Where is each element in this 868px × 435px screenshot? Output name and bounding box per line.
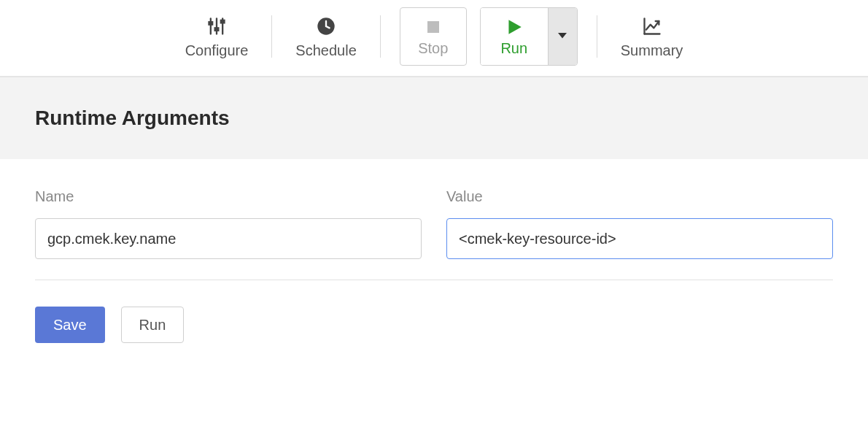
toolbar-divider bbox=[380, 15, 381, 58]
svg-rect-4 bbox=[215, 28, 219, 31]
configure-label: Configure bbox=[185, 42, 249, 59]
run-button[interactable]: Run bbox=[481, 8, 548, 65]
argument-row bbox=[35, 218, 833, 280]
argument-value-input[interactable] bbox=[446, 218, 833, 259]
run-button-secondary[interactable]: Run bbox=[121, 307, 185, 343]
chevron-down-icon bbox=[556, 28, 569, 45]
name-column-label: Name bbox=[35, 188, 422, 205]
sliders-icon bbox=[206, 15, 227, 38]
summary-button[interactable]: Summary bbox=[616, 15, 688, 59]
svg-rect-5 bbox=[221, 20, 225, 22]
stop-label: Stop bbox=[418, 40, 448, 57]
svg-marker-10 bbox=[508, 20, 521, 34]
chart-line-icon bbox=[641, 15, 663, 38]
stop-icon bbox=[425, 17, 442, 37]
run-label: Run bbox=[500, 40, 527, 57]
svg-marker-11 bbox=[558, 33, 567, 39]
value-column-label: Value bbox=[446, 188, 833, 205]
form-actions: Save Run bbox=[35, 307, 833, 343]
run-split-button: Run bbox=[480, 7, 578, 66]
summary-label: Summary bbox=[621, 42, 683, 59]
runtime-arguments-form: Name Value Save Run bbox=[0, 159, 868, 365]
configure-button[interactable]: Configure bbox=[181, 15, 253, 59]
schedule-label: Schedule bbox=[295, 42, 356, 59]
toolbar-divider bbox=[271, 15, 272, 58]
save-button[interactable]: Save bbox=[35, 307, 105, 343]
panel-title: Runtime Arguments bbox=[35, 107, 833, 130]
toolbar-divider bbox=[597, 15, 597, 58]
toolbar: Configure Schedule Stop bbox=[0, 0, 868, 77]
clock-icon bbox=[316, 15, 336, 38]
panel-header: Runtime Arguments bbox=[0, 77, 868, 159]
schedule-button[interactable]: Schedule bbox=[291, 15, 360, 59]
form-header-row: Name Value bbox=[35, 188, 833, 205]
run-dropdown-button[interactable] bbox=[548, 8, 577, 65]
play-icon bbox=[505, 17, 524, 37]
svg-rect-3 bbox=[209, 22, 213, 25]
argument-name-input[interactable] bbox=[35, 218, 422, 259]
svg-rect-9 bbox=[427, 21, 439, 33]
stop-button[interactable]: Stop bbox=[400, 7, 467, 66]
